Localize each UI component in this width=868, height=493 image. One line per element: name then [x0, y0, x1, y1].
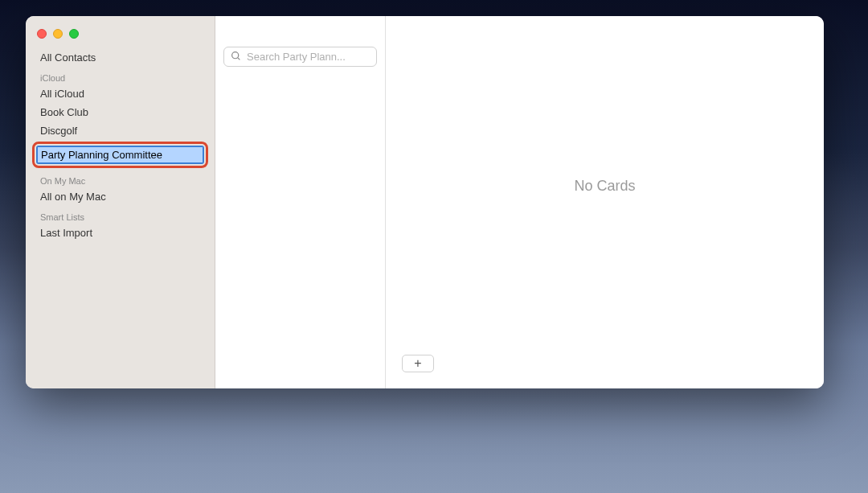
close-window-button[interactable]: [37, 29, 47, 39]
sidebar-item-editing-highlight: [32, 142, 208, 168]
sidebar-section-icloud: iCloud: [26, 67, 215, 84]
sidebar-item-all-icloud[interactable]: All iCloud: [26, 84, 215, 103]
empty-state-text: No Cards: [574, 178, 635, 195]
add-contact-button[interactable]: +: [402, 355, 434, 372]
group-name-input[interactable]: [38, 147, 203, 162]
minimize-window-button[interactable]: [53, 29, 63, 39]
sidebar-item-book-club[interactable]: Book Club: [26, 103, 215, 121]
maximize-window-button[interactable]: [69, 29, 79, 39]
sidebar-section-smart-lists: Smart Lists: [26, 206, 215, 224]
sidebar-section-on-my-mac: On My Mac: [26, 170, 215, 187]
sidebar-item-all-on-my-mac[interactable]: All on My Mac: [26, 187, 215, 206]
window-controls: [26, 24, 215, 48]
sidebar-item-all-contacts[interactable]: All Contacts: [26, 48, 215, 67]
contact-detail-pane: No Cards +: [386, 16, 824, 388]
search-input[interactable]: [247, 51, 370, 63]
contacts-window: All Contacts iCloud All iCloud Book Club…: [26, 16, 824, 388]
sidebar: All Contacts iCloud All iCloud Book Club…: [26, 16, 215, 388]
sidebar-item-discgolf[interactable]: Discgolf: [26, 121, 215, 140]
search-field-wrapper: [223, 47, 377, 67]
plus-icon: +: [414, 356, 421, 371]
contacts-list-pane: [215, 16, 386, 388]
svg-line-1: [238, 57, 240, 59]
sidebar-item-editing-focus: [36, 146, 204, 164]
sidebar-item-last-import[interactable]: Last Import: [26, 224, 215, 242]
search-icon: [231, 50, 241, 64]
svg-point-0: [232, 51, 239, 58]
